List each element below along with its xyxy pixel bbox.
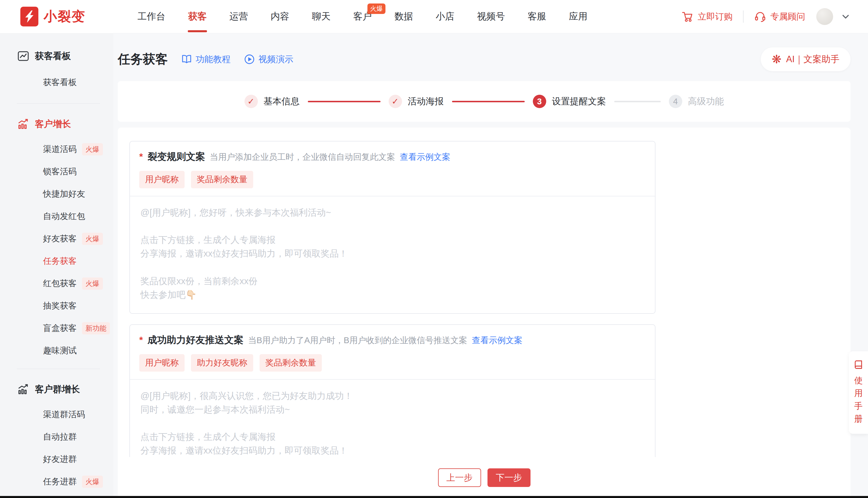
sidebar-item-acquisition-dashboard[interactable]: 获客看板 xyxy=(43,71,113,94)
section-title: 裂变规则文案 xyxy=(147,150,205,163)
main-nav: 工作台 获客 运营 内容 聊天 客户火爆 数据 小店 视频号 客服 应用 xyxy=(126,0,599,34)
insert-tag-assist-friend-nickname[interactable]: 助力好友昵称 xyxy=(191,354,253,371)
sidebar-item-redpacket-acquisition[interactable]: 红包获客火爆 xyxy=(43,272,113,294)
sidebar-section-group-growth[interactable]: 客户群增长 xyxy=(17,383,113,396)
insert-tag-prize-remaining[interactable]: 奖品剩余数量 xyxy=(191,171,253,188)
view-example-link[interactable]: 查看示例文案 xyxy=(472,335,522,346)
textarea-placeholder: @[用户昵称]，您好呀，快来参与本次福利活动~ 点击下方链接，生成个人专属海报 … xyxy=(140,206,645,302)
dashboard-chart-icon xyxy=(17,50,30,63)
step-reminder-copy[interactable]: 3 设置提醒文案 xyxy=(533,95,606,108)
step-connector xyxy=(452,101,525,102)
view-example-link[interactable]: 查看示例文案 xyxy=(400,152,450,163)
chevron-down-icon[interactable] xyxy=(841,13,851,20)
nav-item-apps[interactable]: 应用 xyxy=(558,0,599,34)
divider xyxy=(743,11,743,23)
sidebar-item-quick-add-friend[interactable]: 快捷加好友 xyxy=(43,183,113,205)
insert-tag-user-nickname[interactable]: 用户昵称 xyxy=(139,354,185,371)
step-check-icon: ✓ xyxy=(389,95,402,108)
tutorial-link[interactable]: 功能教程 xyxy=(181,53,231,65)
nav-item-workbench[interactable]: 工作台 xyxy=(126,0,177,34)
sidebar-item-friend-acquisition[interactable]: 好友获客火爆 xyxy=(43,227,113,250)
wizard-footer: 上一步 下一步 xyxy=(118,457,851,496)
sidebar-item-lock-code[interactable]: 锁客活码 xyxy=(43,160,113,183)
nav-item-shop[interactable]: 小店 xyxy=(424,0,466,34)
step-indicator: ✓ 基本信息 ✓ 活动海报 3 设置提醒文案 4 高级功能 xyxy=(118,81,851,122)
sidebar-section-customer-growth[interactable]: 客户增长 xyxy=(17,118,113,130)
hot-badge: 火爆 xyxy=(82,143,103,155)
sidebar-divider xyxy=(17,369,100,369)
active-nav-underline xyxy=(188,30,207,32)
reminder-copy-form: * 裂变规则文案 当用户添加企业员工时，企业微信自动回复此文案 查看示例文案 用… xyxy=(118,128,851,498)
sidebar-divider xyxy=(17,103,100,104)
manual-tab-label: 使用手册 xyxy=(854,374,863,425)
sidebar-item-channel-code[interactable]: 渠道活码火爆 xyxy=(43,138,113,160)
step-check-icon: ✓ xyxy=(245,95,258,108)
required-asterisk: * xyxy=(139,335,143,345)
new-feature-badge: 新功能 xyxy=(82,322,110,335)
section-title: 成功助力好友推送文案 xyxy=(147,333,243,346)
section-fission-rule-copy: * 裂变规则文案 当用户添加企业员工时，企业微信自动回复此文案 查看示例文案 用… xyxy=(129,141,656,314)
bottom-edge-strip xyxy=(0,496,868,498)
book-icon xyxy=(181,54,192,64)
top-bar: 小裂变 工作台 获客 运营 内容 聊天 客户火爆 数据 小店 视频号 客服 应用… xyxy=(0,0,868,34)
hot-badge: 火爆 xyxy=(82,476,103,488)
manual-book-icon xyxy=(853,359,864,370)
nav-item-service[interactable]: 客服 xyxy=(516,0,558,34)
video-demo-link[interactable]: 视频演示 xyxy=(244,53,293,65)
nav-item-content[interactable]: 内容 xyxy=(259,0,301,34)
growth-chart-icon xyxy=(17,118,30,130)
cart-icon xyxy=(682,11,694,23)
sidebar-item-friend-join-group[interactable]: 好友进群 xyxy=(43,448,113,470)
step-connector xyxy=(614,101,661,102)
nav-item-chat[interactable]: 聊天 xyxy=(301,0,342,34)
hot-badge: 火爆 xyxy=(82,277,103,290)
main-content: 任务获客 功能教程 视频演示 ❋ AI｜文案助手 ✓ 基本信息 xyxy=(113,34,868,498)
nav-item-customer[interactable]: 客户火爆 xyxy=(342,0,383,34)
advisor-button[interactable]: 专属顾问 xyxy=(754,11,805,23)
sidebar-item-lottery-acquisition[interactable]: 抽奖获客 xyxy=(43,294,113,317)
sidebar-item-task-join-group[interactable]: 任务进群火爆 xyxy=(43,470,113,493)
order-now-button[interactable]: 立即订购 xyxy=(682,11,733,23)
sidebar-section-dashboard[interactable]: 获客看板 xyxy=(17,50,113,63)
previous-step-button[interactable]: 上一步 xyxy=(438,468,481,487)
step-number: 4 xyxy=(669,95,682,108)
sidebar-item-blindbox-acquisition[interactable]: 盲盒获客新功能 xyxy=(43,317,113,339)
step-advanced[interactable]: 4 高级功能 xyxy=(669,95,724,108)
sidebar-item-auto-redpacket[interactable]: 自动发红包 xyxy=(43,205,113,227)
hot-badge: 火爆 xyxy=(82,233,103,245)
hot-badge: 火爆 xyxy=(367,3,386,14)
step-number: 3 xyxy=(533,95,546,108)
step-poster[interactable]: ✓ 活动海报 xyxy=(389,95,444,108)
sidebar: 获客看板 获客看板 客户增长 渠道活码火爆 锁客活码 快捷加好友 自动发红包 好… xyxy=(0,34,113,498)
headset-icon xyxy=(754,11,766,23)
section-description: 当B用户助力了A用户时，B用户收到的企业微信号推送文案 xyxy=(248,335,467,346)
group-growth-chart-icon xyxy=(17,383,30,396)
sidebar-item-auto-group[interactable]: 自动拉群 xyxy=(43,425,113,448)
sidebar-item-task-acquisition[interactable]: 任务获客 xyxy=(43,250,113,272)
nav-item-data[interactable]: 数据 xyxy=(383,0,424,34)
nav-item-operation[interactable]: 运营 xyxy=(218,0,259,34)
ai-copy-assistant-button[interactable]: ❋ AI｜文案助手 xyxy=(761,47,851,71)
page-title: 任务获客 xyxy=(118,51,168,68)
step-connector xyxy=(308,101,380,102)
required-asterisk: * xyxy=(139,152,143,162)
step-basic-info[interactable]: ✓ 基本信息 xyxy=(245,95,300,108)
sidebar-item-fun-test[interactable]: 趣味测试 xyxy=(43,339,113,362)
app-logo[interactable]: 小裂变 xyxy=(20,7,86,26)
user-manual-tab[interactable]: 使用手册 xyxy=(849,351,868,434)
logo-text: 小裂变 xyxy=(43,8,86,26)
topbar-right: 立即订购 专属顾问 xyxy=(682,8,851,25)
sidebar-item-channel-group-code[interactable]: 渠道群活码 xyxy=(43,403,113,425)
avatar[interactable] xyxy=(816,8,833,25)
insert-tag-prize-remaining[interactable]: 奖品剩余数量 xyxy=(260,354,322,371)
page-header: 任务获客 功能教程 视频演示 ❋ AI｜文案助手 xyxy=(113,34,868,71)
section-description: 当用户添加企业员工时，企业微信自动回复此文案 xyxy=(210,152,395,163)
play-icon xyxy=(244,54,255,65)
insert-tag-user-nickname[interactable]: 用户昵称 xyxy=(139,171,185,188)
ai-flower-icon: ❋ xyxy=(772,53,782,65)
next-step-button[interactable]: 下一步 xyxy=(488,468,531,487)
nav-item-video[interactable]: 视频号 xyxy=(466,0,516,34)
nav-item-acquisition[interactable]: 获客 xyxy=(177,0,218,34)
logo-icon xyxy=(20,7,38,26)
copy-textarea[interactable]: @[用户昵称]，您好呀，快来参与本次福利活动~ 点击下方链接，生成个人专属海报 … xyxy=(130,196,655,313)
